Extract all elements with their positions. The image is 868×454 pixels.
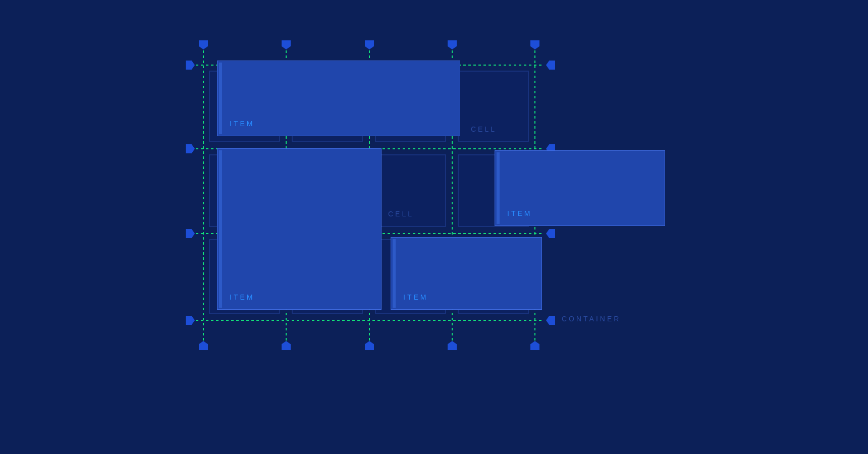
item-label: ITEM	[230, 120, 254, 128]
column-marker-icon	[199, 341, 208, 350]
column-marker-icon	[448, 341, 457, 350]
grid-col-line	[203, 50, 204, 341]
column-marker-icon	[282, 341, 291, 350]
item-label: ITEM	[403, 293, 428, 301]
cell-label: CELL	[388, 210, 414, 218]
column-marker-icon	[199, 40, 208, 49]
row-marker-icon	[186, 229, 195, 238]
row-marker-icon	[546, 61, 555, 70]
container-label: CONTAINER	[562, 315, 621, 323]
row-marker-icon	[546, 316, 555, 325]
grid-cell: CELL	[375, 154, 446, 227]
column-marker-icon	[282, 40, 291, 49]
column-marker-icon	[448, 40, 457, 49]
column-marker-icon	[365, 40, 374, 49]
row-marker-icon	[546, 229, 555, 238]
grid-item: ITEM	[495, 150, 665, 226]
diagram-stage: CELL CELL ITEM ITEM ITEM ITEM CONTAINER	[0, 0, 868, 454]
grid-item: ITEM	[217, 61, 460, 136]
cell-label: CELL	[471, 125, 497, 133]
item-label: ITEM	[507, 209, 532, 217]
row-marker-icon	[186, 144, 195, 153]
item-label: ITEM	[230, 293, 254, 301]
grid-cell: CELL	[458, 71, 529, 142]
grid-row-line	[196, 320, 544, 321]
grid-item: ITEM	[217, 148, 382, 310]
row-marker-icon	[186, 61, 195, 70]
grid-item: ITEM	[391, 237, 542, 310]
row-marker-icon	[186, 316, 195, 325]
column-marker-icon	[530, 40, 539, 49]
column-marker-icon	[365, 341, 374, 350]
column-marker-icon	[530, 341, 539, 350]
